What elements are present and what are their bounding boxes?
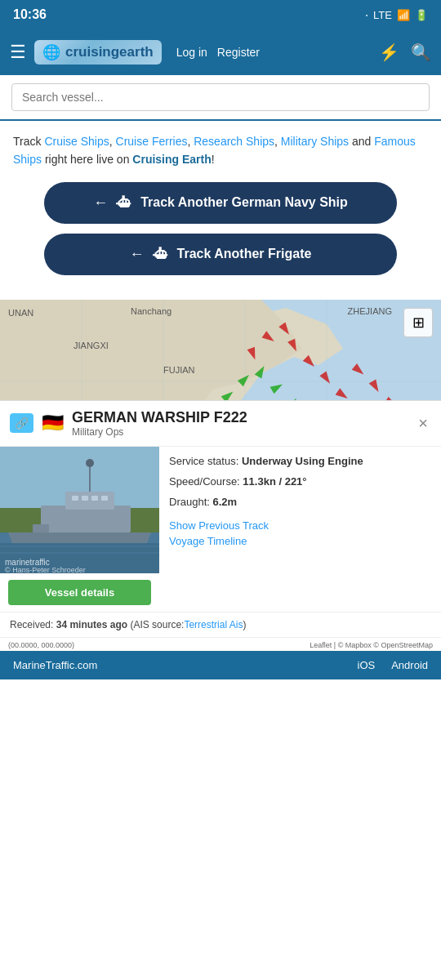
- map-grid-button[interactable]: ⊞: [403, 308, 433, 337]
- back-arrow-icon: ←: [93, 194, 108, 212]
- close-button[interactable]: ×: [415, 411, 431, 436]
- voyage-timeline-link[interactable]: Voyage Timeline: [169, 535, 431, 547]
- ios-link[interactable]: iOS: [358, 659, 376, 671]
- lightning-icon[interactable]: ⚡: [379, 42, 399, 62]
- svg-marker-14: [238, 372, 252, 386]
- hamburger-icon[interactable]: ☰: [10, 42, 26, 63]
- ship-panel-header: 🔗 🇩🇪 GERMAN WARSHIP F222 Military Ops ×: [0, 401, 441, 447]
- military-ships-link[interactable]: Military Ships: [281, 135, 349, 148]
- svg-rect-89: [82, 496, 88, 501]
- draught-row: Draught: 6.2m: [169, 496, 431, 508]
- speed-course-value: 11.3kn / 221°: [243, 475, 306, 488]
- vessel-details-button[interactable]: Vessel details: [8, 580, 151, 605]
- track-info-section: Track Cruise Ships, Cruise Ferries, Rese…: [0, 121, 441, 296]
- service-status-value: Underway Using Engine: [242, 455, 363, 467]
- map-container[interactable]: UNAN Nanchang ZHEJIANG JIANGXI FUJIAN GU…: [0, 300, 441, 651]
- svg-marker-15: [255, 363, 268, 378]
- logo-globe-icon: 🌐: [42, 43, 60, 61]
- svg-marker-60: [303, 355, 318, 370]
- svg-rect-90: [91, 496, 98, 501]
- svg-marker-82: [8, 532, 151, 543]
- ship-name-col: GERMAN WARSHIP F222 Military Ops: [72, 409, 407, 438]
- track-frigate-label: Track Another Frigate: [177, 247, 312, 261]
- received-time: 34 minutes ago: [56, 619, 127, 630]
- svg-rect-88: [72, 496, 78, 501]
- track-navy-label: Track Another German Navy Ship: [140, 195, 348, 210]
- logo-text: cruisingearth: [65, 44, 154, 60]
- draught-value: 6.2m: [212, 496, 237, 508]
- footer: MarineTraffic.com iOS Android: [0, 651, 441, 679]
- login-link[interactable]: Log in: [176, 46, 207, 59]
- nav-links: Log in Register: [176, 46, 260, 59]
- ship-subtitle: Military Ops: [72, 426, 407, 438]
- nav-right: ⚡ 🔍: [379, 42, 431, 62]
- search-icon[interactable]: 🔍: [411, 42, 431, 62]
- ship-name: GERMAN WARSHIP F222: [72, 409, 407, 426]
- svg-rect-87: [33, 524, 49, 532]
- ship-stats: Service status: Underway Using Engine Sp…: [159, 447, 441, 612]
- ship-photo-svg: [0, 447, 159, 573]
- status-bar: 10:36 ⋅ LTE 📶 🔋: [0, 0, 441, 29]
- search-input[interactable]: [11, 83, 430, 111]
- svg-marker-16: [270, 381, 285, 394]
- ship-flag: 🇩🇪: [42, 412, 64, 434]
- status-time: 10:36: [13, 7, 47, 22]
- signal-icon: 📶: [397, 9, 410, 21]
- ship-image-col: marinetraffic © Hans-Peter Schroeder Ves…: [0, 447, 159, 612]
- cruise-ships-link[interactable]: Cruise Ships: [44, 135, 109, 148]
- grid-icon: ⊞: [412, 314, 425, 332]
- service-status-label: Service status:: [169, 455, 242, 467]
- map-bottom-bar: (00.0000, 000.0000) Leaflet | © Mapbox ©…: [0, 637, 441, 651]
- ship-links: Show Previous Track Voyage Timeline: [169, 516, 431, 554]
- received-label: Received:: [10, 619, 56, 630]
- track-navy-button[interactable]: ← ⛴ Track Another German Navy Ship: [44, 182, 397, 224]
- bluetooth-icon: ⋅: [365, 9, 368, 21]
- lte-label: LTE: [373, 9, 392, 21]
- brand-name: Cruising Earth: [132, 153, 211, 166]
- ship-image: marinetraffic © Hans-Peter Schroeder: [0, 447, 159, 573]
- ship-icon: ⛴: [116, 194, 132, 212]
- speed-course-row: Speed/Course: 11.3kn / 221°: [169, 475, 431, 488]
- speed-course-label: Speed/Course:: [169, 475, 243, 488]
- service-status-row: Service status: Underway Using Engine: [169, 455, 431, 467]
- navbar: ☰ 🌐 cruisingearth Log in Register ⚡ 🔍: [0, 29, 441, 75]
- svg-marker-66: [247, 347, 260, 362]
- research-ships-link[interactable]: Research Ships: [194, 135, 274, 148]
- svg-point-86: [86, 459, 94, 467]
- received-bar: Received: 34 minutes ago (AIS source:Ter…: [0, 612, 441, 637]
- search-section: [0, 75, 441, 121]
- track-frigate-button[interactable]: ← ⛴ Track Another Frigate: [44, 234, 397, 275]
- svg-marker-54: [369, 379, 382, 394]
- image-credit: © Hans-Peter Schroeder: [5, 566, 86, 573]
- status-icons: ⋅ LTE 📶 🔋: [365, 9, 428, 21]
- link-icon[interactable]: 🔗: [10, 413, 33, 433]
- svg-marker-59: [319, 371, 333, 385]
- ais-source-prefix: (AIS source:: [127, 619, 184, 630]
- ship-details: marinetraffic © Hans-Peter Schroeder Ves…: [0, 447, 441, 612]
- frigate-ship-icon: ⛴: [153, 245, 169, 264]
- ais-source-suffix: ): [243, 619, 246, 630]
- ais-source-link[interactable]: Terrestrial Ais: [184, 619, 243, 630]
- register-link[interactable]: Register: [217, 46, 260, 59]
- svg-marker-61: [287, 338, 300, 353]
- battery-icon: 🔋: [415, 9, 428, 21]
- footer-brand: MarineTraffic.com: [13, 659, 97, 671]
- ship-panel: 🔗 🇩🇪 GERMAN WARSHIP F222 Military Ops ×: [0, 400, 441, 651]
- coords-label: (00.0000, 000.0000): [8, 641, 74, 649]
- svg-marker-67: [262, 331, 277, 345]
- svg-rect-91: [101, 496, 108, 501]
- svg-marker-53: [352, 363, 367, 377]
- logo-box[interactable]: 🌐 cruisingearth: [34, 40, 162, 65]
- footer-links: iOS Android: [358, 659, 428, 671]
- cruise-ferries-link[interactable]: Cruise Ferries: [116, 135, 188, 148]
- android-link[interactable]: Android: [391, 659, 428, 671]
- show-previous-track-link[interactable]: Show Previous Track: [169, 519, 431, 532]
- draught-label: Draught:: [169, 496, 212, 508]
- back-arrow-frigate-icon: ←: [130, 246, 145, 263]
- track-text: Track Cruise Ships, Cruise Ferries, Rese…: [13, 132, 428, 169]
- svg-marker-68: [278, 322, 292, 336]
- attribution-label: Leaflet | © Mapbox © OpenStreetMap: [310, 641, 433, 649]
